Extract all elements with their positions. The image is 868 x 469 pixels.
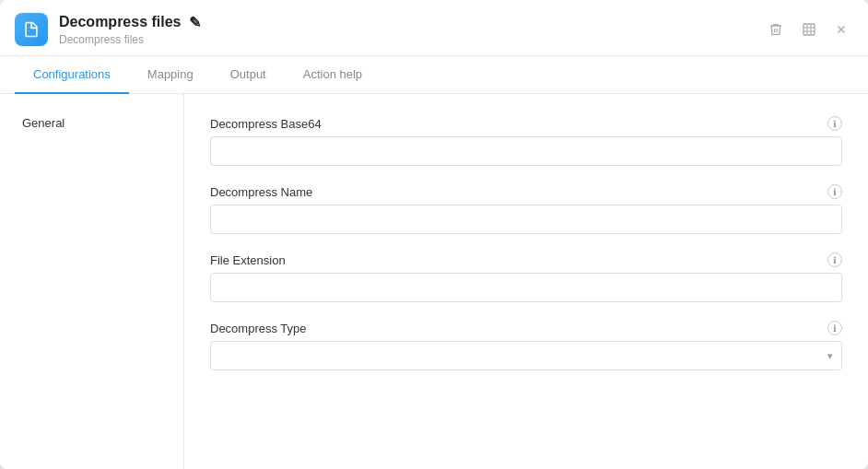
tab-output[interactable]: Output: [212, 56, 285, 94]
info-icon-decompress-type[interactable]: ℹ: [827, 321, 842, 335]
field-group-file-extension: File Extension ℹ: [210, 252, 842, 302]
input-decompress-name[interactable]: [210, 205, 842, 234]
info-icon-decompress-name[interactable]: ℹ: [827, 184, 842, 199]
label-decompress-name: Decompress Name: [210, 185, 312, 199]
delete-button[interactable]: [763, 18, 789, 41]
label-file-extension: File Extension: [210, 253, 286, 267]
close-button[interactable]: [829, 19, 853, 40]
field-group-decompress-name: Decompress Name ℹ: [210, 184, 842, 234]
title-main-row: Decompress files ✎: [59, 14, 201, 31]
app-icon: [15, 13, 48, 46]
label-row-decompress-name: Decompress Name ℹ: [210, 184, 842, 199]
select-wrapper-decompress-type: ▾: [210, 341, 842, 370]
content-area: General Decompress Base64 ℹ Decompress N…: [0, 94, 868, 469]
select-decompress-type[interactable]: [210, 341, 842, 370]
title-bar: Decompress files ✎ Decompress files: [0, 0, 868, 56]
tab-configurations[interactable]: Configurations: [15, 56, 129, 94]
info-icon-decompress-base64[interactable]: ℹ: [827, 116, 842, 131]
title-text-group: Decompress files ✎ Decompress files: [59, 14, 201, 46]
field-group-decompress-base64: Decompress Base64 ℹ: [210, 116, 842, 166]
sidebar: General: [0, 94, 184, 469]
file-icon: [22, 20, 41, 39]
input-file-extension[interactable]: [210, 273, 842, 302]
tab-action-help[interactable]: Action help: [285, 56, 381, 94]
field-group-decompress-type: Decompress Type ℹ ▾: [210, 321, 842, 370]
expand-button[interactable]: [796, 18, 822, 41]
tab-mapping[interactable]: Mapping: [129, 56, 212, 94]
window-subtitle: Decompress files: [59, 33, 201, 46]
title-actions: [763, 18, 853, 41]
app-window: Decompress files ✎ Decompress files: [0, 0, 868, 469]
svg-rect-0: [803, 24, 815, 35]
label-decompress-base64: Decompress Base64: [210, 117, 322, 131]
info-icon-file-extension[interactable]: ℹ: [827, 252, 842, 267]
main-form-area: Decompress Base64 ℹ Decompress Name ℹ Fi…: [184, 94, 868, 469]
label-row-file-extension: File Extension ℹ: [210, 252, 842, 267]
label-decompress-type: Decompress Type: [210, 322, 307, 335]
label-row-decompress-base64: Decompress Base64 ℹ: [210, 116, 842, 131]
window-title: Decompress files: [59, 14, 182, 30]
edit-title-icon[interactable]: ✎: [189, 14, 201, 31]
sidebar-item-general[interactable]: General: [11, 109, 172, 137]
input-decompress-base64[interactable]: [210, 136, 842, 166]
tab-bar: Configurations Mapping Output Action hel…: [0, 56, 868, 94]
label-row-decompress-type: Decompress Type ℹ: [210, 321, 842, 335]
